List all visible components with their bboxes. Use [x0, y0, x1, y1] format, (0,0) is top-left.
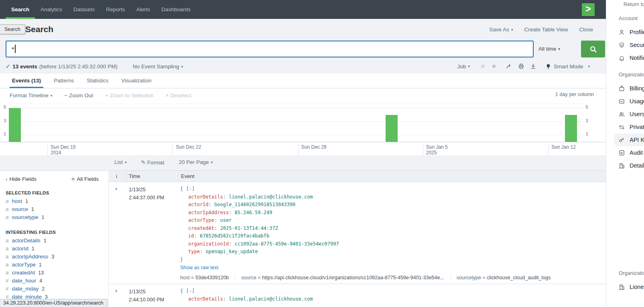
- topnav-item-reports[interactable]: Reports: [100, 0, 130, 19]
- json-line: actorType: user: [180, 217, 606, 225]
- y-axis-label: 1: [586, 131, 588, 136]
- topnav-item-search[interactable]: Search: [6, 0, 35, 19]
- menu-item-organization[interactable]: Lionel's Organization: [606, 280, 644, 293]
- field-actordetails[interactable]: aactorDetails1: [0, 237, 108, 245]
- timeline-bar[interactable]: [386, 115, 398, 142]
- timeline-bar[interactable]: [9, 108, 21, 142]
- search-input[interactable]: *: [6, 41, 534, 57]
- all-fields-button[interactable]: ≡All Fields: [71, 176, 99, 182]
- job-menu[interactable]: Job▾: [457, 63, 470, 70]
- chevron-down-icon: ▾: [211, 160, 213, 164]
- topnav-item-dashboards[interactable]: Dashboards: [156, 0, 196, 19]
- menu-item-billing[interactable]: Billing: [606, 82, 644, 95]
- menu-item-usage[interactable]: Usage: [606, 95, 644, 108]
- per-page-dropdown[interactable]: 20 Per Page▾: [179, 159, 213, 166]
- job-done-check-icon: ✓: [6, 63, 10, 70]
- save-as-button[interactable]: Save As▾: [489, 27, 513, 33]
- time-range-dropdown[interactable]: All time▾: [538, 41, 560, 57]
- expand-chevron-icon[interactable]: ›: [109, 182, 127, 284]
- hide-fields-button[interactable]: ‹Hide Fields: [6, 176, 37, 182]
- menu-item-audit[interactable]: Audit: [606, 146, 644, 159]
- pause-button[interactable]: [480, 63, 486, 69]
- tab-events-13[interactable]: Events (13): [6, 74, 47, 88]
- timeline-bar[interactable]: [565, 115, 577, 142]
- menu-item-details[interactable]: Details: [606, 159, 644, 172]
- json-key: actorIpAddress: [188, 210, 229, 215]
- deselect-button[interactable]: × Deselect: [165, 92, 191, 98]
- menu-item-private-endpoints[interactable]: Private Endpoints: [606, 121, 644, 133]
- minus-icon: −: [64, 92, 67, 98]
- header-actions: Save As▾ Create Table View Close: [489, 27, 593, 33]
- timeline-controls: Format Timeline▾ − Zoom Out + Zoom to Se…: [0, 88, 606, 103]
- field-host[interactable]: ahost1: [0, 197, 108, 205]
- chevron-down-icon: ▾: [468, 64, 470, 68]
- field-date-hour[interactable]: #date_hour4: [0, 277, 108, 285]
- print-button[interactable]: [518, 63, 524, 70]
- field-type-prefix: a: [6, 254, 9, 260]
- column-header-info: i: [109, 171, 127, 182]
- field-name: actorDetails: [12, 237, 41, 244]
- event-meta-host[interactable]: host = 53de4339120b: [180, 275, 235, 280]
- export-button[interactable]: [530, 63, 536, 70]
- timeline-plot[interactable]: [9, 104, 584, 142]
- x-icon: ×: [165, 92, 169, 98]
- field-actoripaddress[interactable]: aactorIpAddress3: [0, 253, 108, 261]
- section-label-account: Account: [619, 15, 644, 23]
- field-actortype[interactable]: aactorType1: [0, 261, 108, 269]
- event-sampling-dropdown[interactable]: No Event Sampling▾: [133, 63, 183, 70]
- field-createdat[interactable]: acreatedAt13: [0, 269, 108, 277]
- field-source[interactable]: asource1: [0, 205, 108, 213]
- json-colon: :: [214, 225, 220, 231]
- meta-key: sourcetype =: [457, 275, 487, 280]
- tab-statistics[interactable]: Statistics: [80, 74, 115, 88]
- show-raw-text-link[interactable]: Show as raw text: [180, 265, 218, 270]
- stop-button[interactable]: [491, 63, 497, 69]
- top-nav: SearchAnalyticsDatasetsReportsAlertsDash…: [0, 0, 606, 19]
- create-table-view-button[interactable]: Create Table View: [524, 27, 568, 33]
- event-meta-source[interactable]: source = https://api.clickhouse.cloud/v1…: [235, 275, 450, 280]
- close-button[interactable]: Close: [579, 27, 593, 33]
- field-count: 4: [39, 278, 42, 284]
- field-count: 13: [38, 270, 44, 276]
- tab-visualization[interactable]: Visualization: [115, 74, 158, 88]
- field-sourcetype[interactable]: asourcetype1: [0, 213, 108, 221]
- collapse-json-link[interactable]: [-]: [186, 186, 195, 192]
- field-name: actorId: [12, 246, 28, 252]
- return-to-link[interactable]: Return to: [624, 1, 644, 7]
- field-count: 2: [42, 286, 45, 292]
- zoom-to-selection-button[interactable]: + Zoom to Selection: [105, 92, 153, 98]
- tab-patterns[interactable]: Patterns: [47, 74, 80, 88]
- topnav-item-alerts[interactable]: Alerts: [131, 0, 156, 19]
- pause-icon: [480, 63, 486, 69]
- timeline-chart: Sun Dec 152024Sun Dec 22Sun Dec 29Sun Ja…: [0, 103, 606, 155]
- list-view-dropdown[interactable]: List▾: [114, 159, 127, 166]
- splunk-logo-icon[interactable]: >: [582, 3, 595, 16]
- field-type-prefix: #: [6, 286, 9, 292]
- field-type-prefix: a: [6, 206, 9, 212]
- field-date-mday[interactable]: #date_mday2: [0, 285, 108, 293]
- zoom-out-button[interactable]: − Zoom Out: [64, 92, 93, 98]
- collapse-json-link[interactable]: [-]: [186, 288, 195, 294]
- search-mode-dropdown[interactable]: Smart Mode▾: [546, 63, 590, 70]
- event-meta-sourcetype[interactable]: sourcetype = clickhouse_cloud_audit_logs: [450, 275, 557, 280]
- json-line: actorDetails: lionel.palacin@clickhouse.…: [180, 295, 606, 303]
- field-actorid[interactable]: aactorId1: [0, 245, 108, 253]
- menu-item-profile[interactable]: Profile: [606, 26, 644, 39]
- format-results-button[interactable]: ✎ Format: [141, 159, 165, 166]
- menu-item-security[interactable]: Security: [606, 39, 644, 51]
- meta-key: host =: [180, 275, 195, 280]
- format-timeline-dropdown[interactable]: Format Timeline▾: [10, 92, 52, 98]
- topnav-item-analytics[interactable]: Analytics: [35, 0, 68, 19]
- topnav-item-datasets[interactable]: Datasets: [68, 0, 100, 19]
- search-button[interactable]: [581, 41, 605, 57]
- share-button[interactable]: [506, 63, 512, 70]
- plus-icon: +: [105, 92, 108, 98]
- print-icon: [518, 63, 524, 70]
- field-name: date_hour: [12, 278, 37, 284]
- events-table: i Time Event › 1/13/25 2:44:37.000 PM { …: [109, 171, 606, 307]
- menu-item-notifications[interactable]: Notifications: [606, 51, 644, 64]
- expand-chevron-icon[interactable]: ›: [109, 284, 127, 305]
- menu-item-users[interactable]: Users: [606, 108, 644, 121]
- field-name: host: [12, 198, 22, 204]
- menu-item-api-keys[interactable]: API Keys: [614, 133, 644, 146]
